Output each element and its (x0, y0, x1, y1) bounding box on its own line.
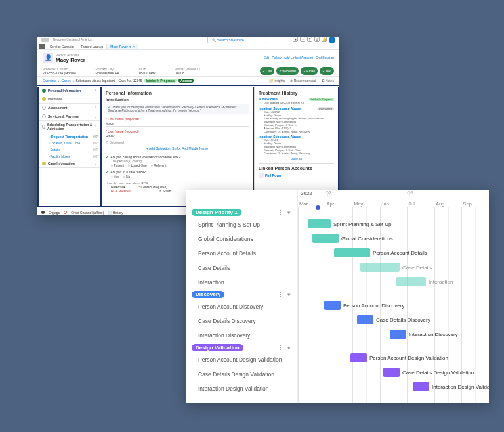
sidebar-sub-request-transport[interactable]: ○ Request Transportation0/7 (39, 133, 100, 140)
gantt-group-header[interactable]: Design Priority 1⋮ ▾ (186, 207, 297, 217)
app-launcher-icon[interactable] (39, 44, 45, 49)
first-name-input[interactable]: Macy (106, 121, 249, 127)
crumb-current: Substance Abuse Inpatient – Case No. 123… (75, 79, 142, 83)
gantt-bar[interactable]: Person Account Details (334, 248, 370, 257)
global-search-input[interactable]: 🔍 Search Salesforce (207, 37, 266, 43)
workspace-tabs: Service Console Record Lookup Macy Rover… (37, 43, 339, 50)
gantt-task-label[interactable]: Interaction (186, 275, 297, 290)
user-avatar[interactable]: 👤 (329, 37, 335, 43)
follow-button[interactable]: Follow (272, 56, 281, 60)
sidebar-sub-details[interactable]: · Details0/7 (39, 146, 100, 153)
gantt-timeline-header: 2022 Q2Q3 MarAprMayJunJulAugSep (298, 190, 489, 207)
opt-safe-no[interactable]: No (123, 175, 131, 179)
add-icon[interactable]: ＋ (300, 37, 305, 42)
gantt-task-label[interactable]: Case Details Design Validation (186, 367, 297, 381)
insights-tab[interactable]: 🧭 Insights (269, 79, 285, 83)
gantt-bar[interactable]: Interaction Design Validation (413, 382, 429, 391)
gantt-group-header[interactable]: Design Validation⋮ ▾ (186, 343, 297, 353)
consent-call-pill: ✓ Call (260, 67, 274, 75)
gantt-bar-label: Global Considerations (341, 236, 393, 242)
sidebar-sub-facility-notes[interactable]: · Facility Notes0/7 (39, 153, 100, 160)
crumb-overview[interactable]: Overview (43, 79, 56, 83)
recommended-tab[interactable]: ⊕ Recommended (290, 79, 316, 83)
omni-util[interactable]: Omni-Channel (offline) (71, 211, 104, 215)
month-label: Mar (298, 201, 326, 207)
utility-icons: ★ ＋ ? ⚙ 🔔 👤 (293, 37, 335, 43)
group-menu-icon[interactable]: ⋮ ▾ (278, 209, 292, 216)
record-type-icon: 👤 (43, 53, 53, 63)
gantt-task-label[interactable]: Person Account Design Validation (186, 353, 297, 367)
month-label: Jun (380, 201, 408, 207)
gantt-task-label[interactable]: Sprint Planning & Set Up (186, 217, 297, 232)
opt-safe-yes[interactable]: Yes (111, 175, 119, 179)
sidebar-item-services[interactable]: Services & Payment⌄ (39, 112, 100, 121)
consent-text-pill: ✓ Text (320, 67, 334, 75)
sidebar-item-case-info[interactable]: Case Information⌄ (39, 160, 100, 168)
treatment-history-panel: Treatment History ⊕New caseIntake In Pro… (254, 87, 339, 207)
contact-input[interactable]: Dr. Smith (158, 189, 171, 193)
group-menu-icon[interactable]: ⋮ ▾ (278, 345, 292, 351)
add-name-fields-link[interactable]: + Add Salutation, Suffix, And Middle Nam… (106, 144, 249, 152)
gantt-bar[interactable]: Person Account Discovery (324, 301, 341, 310)
gantt-bar[interactable]: Case Details Discovery (357, 315, 373, 324)
gantt-task-label[interactable]: Person Account Discovery (186, 299, 297, 314)
favorite-icon[interactable]: ★ (293, 37, 298, 42)
gantt-bar-label: Interaction Design Validation (432, 384, 489, 390)
edit-button[interactable]: Edit (264, 56, 270, 60)
gantt-bar-label: Person Account Design Validation (369, 355, 448, 361)
tab-macy-rover[interactable]: Macy Rover ▾ × (107, 44, 138, 49)
subsection-title: Introduction (106, 98, 249, 102)
sidebar-item-personal-info[interactable]: Personal Information⌃ (39, 87, 100, 95)
chevron-down-icon: ▾ (129, 45, 131, 49)
sidebar-item-scheduling[interactable]: Scheduling Transportation & Admission⌃ (39, 121, 100, 133)
consent-email-pill: ✓ Email (301, 67, 318, 75)
month-label: Apr (326, 201, 353, 207)
sidebar-sub-location[interactable]: · Location, Date, Time0/7 (39, 140, 100, 146)
engage-util[interactable]: Engage (49, 211, 60, 215)
gantt-bar[interactable]: Global Considerations (312, 234, 339, 243)
gantt-bar[interactable]: Interaction (396, 277, 426, 286)
gantt-group-header[interactable]: Discovery⋮ ▾ (186, 290, 297, 299)
intake-form: Personal Information Introduction ✔ "Tha… (102, 87, 254, 207)
gantt-bar[interactable]: Interaction Discovery (390, 330, 406, 339)
gantt-task-label[interactable]: Case Details (186, 261, 297, 275)
gantt-bar-label: Case Details (402, 265, 432, 270)
sidebar-item-insurance[interactable]: Insurance⌄ (39, 95, 100, 104)
intake-sidebar: Personal Information⌃ Insurance⌄ Assessm… (37, 87, 102, 207)
gantt-task-label[interactable]: Case Details Discovery (186, 314, 297, 328)
opt-loved-one[interactable]: Loved One (128, 163, 147, 167)
gantt-task-label[interactable]: Interaction Discovery (186, 328, 297, 343)
view-all-link[interactable]: View all (259, 157, 334, 161)
breadcrumb: Overview › Cases › Substance Abuse Inpat… (37, 77, 339, 86)
org-logo (41, 38, 49, 42)
gantt-task-label[interactable]: Person Account Details (186, 246, 297, 261)
gantt-bar[interactable]: Person Account Design Validation (350, 353, 367, 362)
close-icon[interactable]: × (133, 45, 135, 49)
history-util[interactable]: 🕘 History (108, 211, 123, 215)
notes-tab[interactable]: 🗒 Notes (322, 79, 334, 83)
gantt-bar-label: Person Account Details (373, 250, 427, 256)
opt-referent[interactable]: Referent (151, 163, 167, 167)
status-badge: Intake In Progress (309, 98, 334, 101)
group-menu-icon[interactable]: ⋮ ▾ (278, 292, 292, 298)
gantt-bar-label: Interaction Discovery (409, 332, 458, 337)
opt-patient[interactable]: Patient (111, 163, 124, 167)
gantt-task-label[interactable]: Global Considerations (186, 232, 297, 246)
setup-gear-icon[interactable]: ⚙ (314, 37, 320, 42)
app-name-tab: Service Console (47, 44, 77, 49)
linked-person-link[interactable]: Phil Rover (265, 173, 282, 177)
sidebar-item-assessment[interactable]: Assessment⌃ (39, 104, 100, 112)
end-session-button[interactable]: End Session (316, 56, 334, 60)
notification-bell-icon[interactable]: 🔔 (322, 37, 327, 42)
last-name-input[interactable]: Rover (106, 133, 249, 139)
help-icon[interactable]: ? (307, 37, 312, 42)
tab-record-lookup[interactable]: Record Lookup (77, 44, 107, 49)
crumb-cases[interactable]: Cases (62, 79, 71, 83)
gantt-bar[interactable]: Case Details (360, 263, 400, 272)
gantt-bar[interactable]: Case Details Design Validation (383, 368, 400, 377)
gantt-task-label[interactable]: Interaction Design Validation (186, 381, 297, 396)
record-header: 👤 Person Account Macy Rover Edit Follow … (37, 50, 339, 66)
add-linked-account-button[interactable]: Add Linked Account (284, 56, 313, 60)
gantt-bar-label: Case Details Design Validation (402, 370, 474, 376)
gantt-bar[interactable]: Sprint Planning & Set Up (308, 219, 331, 228)
